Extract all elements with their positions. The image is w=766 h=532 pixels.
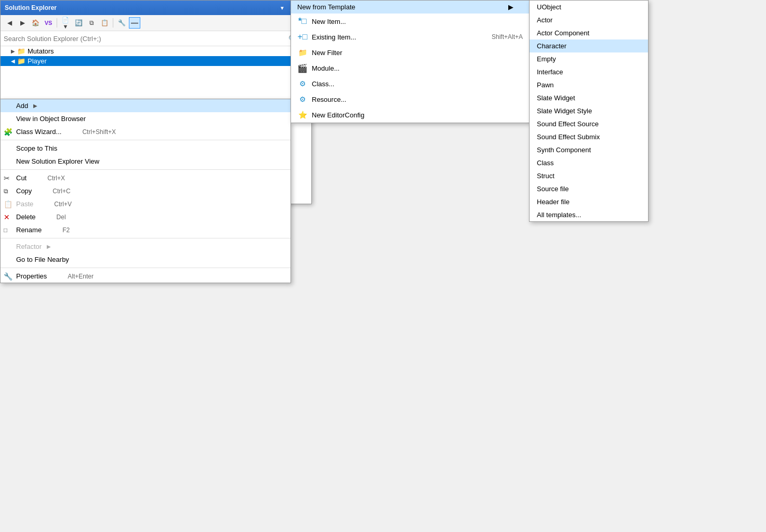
menu-label: Rename xyxy=(16,226,42,234)
submenu2-item-sound-effect-submix[interactable]: Sound Effect Submix xyxy=(530,130,648,143)
toolbar-sep-1 xyxy=(57,18,57,28)
submenu2-item-source-file[interactable]: Source file xyxy=(530,182,648,195)
template-label: Slate Widget xyxy=(537,94,575,102)
submenu1-arrow: ▶ xyxy=(508,3,513,11)
menu-label: Scope to This xyxy=(16,144,57,152)
cut-icon: ✂ xyxy=(4,174,10,182)
menu-item-add[interactable]: Add ▶ xyxy=(1,99,290,112)
menu-label: Delete xyxy=(16,213,36,221)
class-wizard-icon: 🧩 xyxy=(4,128,12,136)
submenu2-item-class[interactable]: Class xyxy=(530,156,648,169)
separator-2 xyxy=(1,169,290,170)
menu-item-copy[interactable]: ⧉ Copy Ctrl+C xyxy=(1,184,290,197)
search-input[interactable] xyxy=(4,35,287,43)
template-label: Sound Effect Submix xyxy=(537,133,600,141)
properties-icon: 🔧 xyxy=(4,272,12,281)
copy-icon: ⧉ xyxy=(4,188,8,195)
submenu1-item-new-item[interactable]: *□ New Item... xyxy=(291,14,529,29)
context-menu: Add ▶ View in Object Browser 🧩 Class Wiz… xyxy=(0,99,291,283)
submenu-template-list: UObject Actor Actor Component Character … xyxy=(529,0,649,222)
refresh-button[interactable]: 🔄 xyxy=(73,17,84,29)
back-button[interactable]: ◀ xyxy=(4,17,15,29)
submenu2-item-slate-widget[interactable]: Slate Widget xyxy=(530,91,648,104)
submenu2-item-uobject[interactable]: UObject xyxy=(530,1,648,14)
submenu2-item-synth-component[interactable]: Synth Component xyxy=(530,143,648,156)
submenu2-item-empty[interactable]: Empty xyxy=(530,52,648,65)
submenu1-item-existing-item[interactable]: +□ Existing Item... Shift+Alt+A xyxy=(291,29,529,45)
vs-button[interactable]: VS xyxy=(43,17,54,29)
new-filter-icon: 📁 xyxy=(297,47,308,58)
module-icon: 🎬 xyxy=(297,63,308,73)
submenu1-title: New from Template xyxy=(297,3,355,11)
copy-button[interactable]: ⧉ xyxy=(86,17,97,29)
expand-icon: ▶ xyxy=(11,48,15,54)
shortcut: Ctrl+C xyxy=(52,188,70,195)
new-item-button[interactable]: 📄▼ xyxy=(60,17,71,29)
submenu1-item-module[interactable]: 🎬 Module... xyxy=(291,60,529,76)
submenu2-item-actor[interactable]: Actor xyxy=(530,14,648,26)
title-bar-left: Solution Explorer xyxy=(5,4,57,11)
menu-label: New Solution Explorer View xyxy=(16,157,99,165)
submenu2-item-actor-component[interactable]: Actor Component xyxy=(530,26,648,39)
menu-label: Properties xyxy=(16,272,47,280)
tree-label-player: Player xyxy=(28,57,47,65)
dropdown-icon[interactable]: ▼ xyxy=(278,4,286,12)
submenu1-label: New Filter xyxy=(312,49,523,57)
folder-icon-player: 📁 xyxy=(17,57,25,65)
submenu1-item-new-filter[interactable]: 📁 New Filter xyxy=(291,45,529,60)
submenu2-item-interface[interactable]: Interface xyxy=(530,65,648,78)
menu-item-properties[interactable]: 🔧 Properties Alt+Enter xyxy=(1,270,290,283)
template-label: Synth Component xyxy=(537,146,591,154)
template-label: Slate Widget Style xyxy=(537,107,592,115)
submenu1-label: Resource... xyxy=(312,96,523,103)
collapse-button[interactable]: — xyxy=(129,17,140,29)
submenu2-item-struct[interactable]: Struct xyxy=(530,169,648,182)
window-title: Solution Explorer xyxy=(5,4,57,11)
settings-button[interactable]: 🔧 xyxy=(116,17,127,29)
menu-item-rename[interactable]: □ Rename F2 xyxy=(1,223,290,236)
submenu1-header[interactable]: New from Template ▶ xyxy=(291,1,529,14)
submenu1-item-class[interactable]: ⚙ Class... xyxy=(291,76,529,91)
template-label: Source file xyxy=(537,185,569,193)
menu-label: Paste xyxy=(16,200,33,208)
menu-label: Refactor xyxy=(16,243,42,250)
menu-item-go-to-file[interactable]: Go to File Nearby xyxy=(1,253,290,266)
submenu1-item-resource[interactable]: ⚙ Resource... xyxy=(291,91,529,107)
class-icon: ⚙ xyxy=(297,78,308,89)
submenu1-label: Existing Item... xyxy=(312,33,471,41)
editor-config-icon: ⭐ xyxy=(297,110,308,120)
new-item-icon: *□ xyxy=(297,16,308,26)
menu-item-new-se-view[interactable]: New Solution Explorer View xyxy=(1,155,290,168)
title-bar: Solution Explorer ▼ 📌 ✕ xyxy=(1,1,311,15)
shortcut: Alt+Enter xyxy=(68,273,94,280)
submenu2-item-character[interactable]: Character xyxy=(530,39,648,52)
tree-item-mutators[interactable]: ▶ 📁 Mutators xyxy=(1,46,311,56)
submenu1-item-editor-config[interactable]: ⭐ New EditorConfig xyxy=(291,107,529,123)
submenu-arrow: ▶ xyxy=(47,244,51,249)
forward-button[interactable]: ▶ xyxy=(17,17,28,29)
submenu2-item-all-templates[interactable]: All templates... xyxy=(530,208,648,221)
delete-icon: ✕ xyxy=(4,213,10,221)
home-button[interactable]: 🏠 xyxy=(30,17,41,29)
search-bar: 🔍 ▼ xyxy=(1,31,311,46)
menu-item-scope[interactable]: Scope to This xyxy=(1,142,290,155)
tree-label: Mutators xyxy=(28,47,54,55)
submenu2-item-pawn[interactable]: Pawn xyxy=(530,78,648,91)
menu-item-paste[interactable]: 📋 Paste Ctrl+V xyxy=(1,197,290,210)
menu-label: Class Wizard... xyxy=(16,128,61,136)
menu-item-cut[interactable]: ✂ Cut Ctrl+X xyxy=(1,171,290,184)
paste-button[interactable]: 📋 xyxy=(99,17,110,29)
menu-item-refactor[interactable]: Refactor ▶ xyxy=(1,240,290,253)
submenu1-label: New EditorConfig xyxy=(312,111,523,119)
submenu2-item-header-file[interactable]: Header file xyxy=(530,195,648,208)
toolbar: ◀ ▶ 🏠 VS 📄▼ 🔄 ⧉ 📋 🔧 — xyxy=(1,15,311,31)
submenu2-item-sound-effect-source[interactable]: Sound Effect Source xyxy=(530,117,648,130)
rename-icon: □ xyxy=(4,227,7,234)
submenu2-item-slate-widget-style[interactable]: Slate Widget Style xyxy=(530,104,648,117)
menu-item-delete[interactable]: ✕ Delete Del xyxy=(1,210,290,223)
menu-item-view-object-browser[interactable]: View in Object Browser xyxy=(1,112,290,125)
menu-item-class-wizard[interactable]: 🧩 Class Wizard... Ctrl+Shift+X xyxy=(1,125,290,138)
shortcut: Ctrl+X xyxy=(47,175,65,182)
tree-item-player[interactable]: ◀ 📁 Player xyxy=(1,56,311,66)
menu-label: View in Object Browser xyxy=(16,115,86,123)
